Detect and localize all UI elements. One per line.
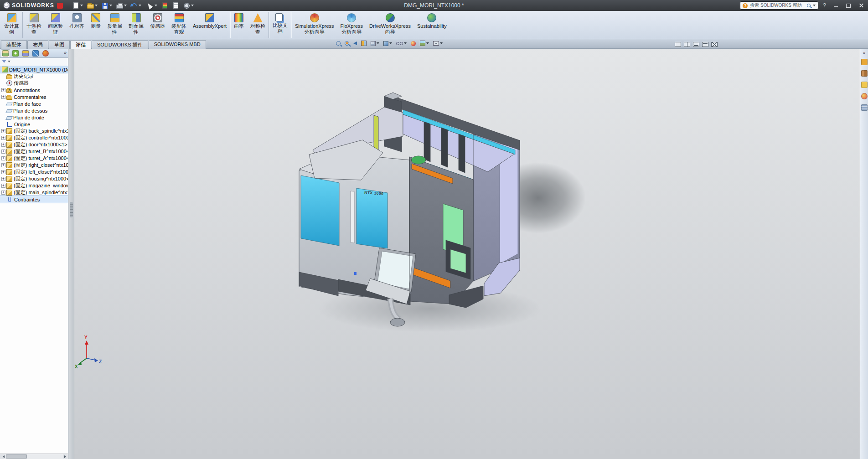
tree-horizontal-scrollbar[interactable] <box>0 454 68 459</box>
expand-toggle[interactable]: + <box>1 95 5 99</box>
options-button[interactable] <box>182 1 195 10</box>
tree-item[interactable]: 传感器 <box>0 80 68 87</box>
scroll-left-arrow[interactable] <box>0 454 5 459</box>
print-button[interactable] <box>115 1 128 10</box>
close-button[interactable] <box>856 2 866 9</box>
resources-icon[interactable] <box>861 59 868 67</box>
search-options-caret[interactable] <box>813 5 816 6</box>
machine-cyan-window-left[interactable] <box>301 175 339 246</box>
task-pane-collapse-chevron[interactable]: « <box>863 51 866 56</box>
appearances-icon[interactable] <box>861 93 868 101</box>
expand-toggle[interactable]: + <box>1 136 5 140</box>
command-tab[interactable]: 装配体 <box>1 40 27 50</box>
dropdown-caret[interactable] <box>191 5 194 6</box>
ribbon-button[interactable]: 间隙验 证 <box>45 12 66 38</box>
tree-item[interactable]: Plan de dessus <box>0 107 68 114</box>
dropdown-caret[interactable] <box>109 5 112 6</box>
ribbon-button[interactable]: FloXpress 分析向导 <box>337 12 367 38</box>
expand-toggle[interactable]: + <box>1 143 5 147</box>
command-tab[interactable]: 草图 <box>49 40 70 50</box>
ribbon-button[interactable]: 传感器 <box>147 12 168 38</box>
ribbon-button[interactable]: 对称检 查 <box>247 12 269 38</box>
tree-item[interactable]: + (固定) housing^ntx1000< <box>0 175 68 182</box>
panel-overflow-chevron[interactable]: » <box>64 50 67 55</box>
zoom-area-icon[interactable] <box>344 41 350 46</box>
tree-item[interactable]: + (固定) right_closet^ntx10 <box>0 162 68 169</box>
view-settings-icon[interactable] <box>432 41 444 46</box>
filter-funnel-icon[interactable] <box>2 60 6 63</box>
ribbon-button[interactable]: 质量属 性 <box>104 12 125 38</box>
machine-interior-slat[interactable] <box>459 134 465 173</box>
tree-item[interactable]: + (固定) turret_B^ntx1000< <box>0 148 68 155</box>
tree-item[interactable]: + (固定) main_spindle^ntx1 <box>0 189 68 196</box>
tree-item[interactable]: + Annotations <box>0 87 68 93</box>
edit-appearance-icon[interactable] <box>410 41 417 46</box>
minimize-button[interactable] <box>831 2 841 9</box>
machine-interior-slat[interactable] <box>424 122 430 162</box>
ribbon-button[interactable]: 剖面属 性 <box>125 12 147 38</box>
command-tab[interactable]: 布局 <box>27 40 48 50</box>
expand-toggle[interactable]: + <box>1 170 5 174</box>
select-button[interactable] <box>144 1 159 10</box>
dropdown-caret[interactable] <box>389 42 392 44</box>
ribbon-button[interactable]: DriveWorksXpress 向导 <box>366 12 414 38</box>
expand-toggle[interactable]: + <box>1 163 5 167</box>
search-placeholder[interactable]: 搜索 SOLIDWORKS 帮助 <box>750 2 805 9</box>
tree-item[interactable]: Contraintes <box>0 196 68 203</box>
ribbon-button[interactable]: 孔对齐 <box>66 12 88 38</box>
view-orientation-icon[interactable] <box>370 41 380 46</box>
maximize-button[interactable] <box>843 2 853 9</box>
previous-view-icon[interactable] <box>352 41 358 46</box>
ribbon-button[interactable]: 干涉检 查 <box>23 12 45 38</box>
dropdown-caret[interactable] <box>404 42 407 44</box>
search-magnifier-icon[interactable] <box>807 4 811 7</box>
tree-item[interactable]: DMG_MORI_NTX1000 (Défa <box>0 66 68 73</box>
ribbon-button[interactable]: 测量 <box>88 12 104 38</box>
new-document-button[interactable] <box>71 1 84 10</box>
featuremanager-tree-tab-icon[interactable] <box>1 49 10 57</box>
dropdown-caret[interactable] <box>80 5 83 6</box>
zoom-fit-icon[interactable] <box>335 41 341 46</box>
tree-item[interactable]: + Commentaires <box>0 93 68 100</box>
scroll-right-arrow[interactable] <box>63 454 68 459</box>
help-button[interactable]: ? <box>821 2 828 9</box>
help-search-box[interactable]: 搜索 SOLIDWORKS 帮助 <box>740 1 818 10</box>
machine-cyan-window-center[interactable] <box>356 188 388 248</box>
splitter-handle[interactable] <box>70 202 73 217</box>
expand-toggle[interactable]: + <box>1 191 5 195</box>
tree-item[interactable]: Plan de droite <box>0 114 68 121</box>
dropdown-caret[interactable] <box>155 5 157 6</box>
close-pane-icon[interactable] <box>711 41 718 49</box>
ribbon-button[interactable]: 曲率 <box>231 12 247 38</box>
dropdown-caret[interactable] <box>377 42 379 44</box>
tree-item[interactable]: + (固定) magazine_window^ <box>0 182 68 189</box>
panel-splitter[interactable] <box>68 49 74 459</box>
rebuild-button[interactable] <box>160 1 170 10</box>
tree-item[interactable]: Origine <box>0 121 68 128</box>
custom-properties-icon[interactable] <box>861 104 868 113</box>
design-library-icon[interactable] <box>861 70 868 78</box>
machine-door-handle[interactable] <box>351 191 354 243</box>
open-document-button[interactable] <box>86 1 99 10</box>
tree-item[interactable]: + (固定) controller^ntx1000 <box>0 134 68 141</box>
dropdown-caret[interactable] <box>440 42 443 44</box>
configurationmanager-tab-icon[interactable] <box>21 49 30 57</box>
tree-item[interactable]: + (固定) turret_A^ntx1000< <box>0 155 68 162</box>
dropdown-caret[interactable] <box>139 5 141 6</box>
machine-interior-slat[interactable] <box>441 128 448 167</box>
dimxpertmanager-tab-icon[interactable] <box>31 49 40 57</box>
pendant-arm-base[interactable] <box>390 318 405 326</box>
ribbon-button[interactable]: Sustainability <box>414 12 450 38</box>
propertymanager-tab-icon[interactable] <box>11 49 20 57</box>
ribbon-button[interactable]: AssemblyXpert <box>190 12 230 38</box>
fullscreen-icon[interactable] <box>675 41 681 49</box>
split-pane-icon[interactable] <box>684 41 690 49</box>
ribbon-button[interactable]: 装配体 直观 <box>168 12 190 38</box>
file-properties-button[interactable] <box>171 1 181 10</box>
command-tab[interactable]: 评估 <box>70 40 91 50</box>
machine-yellow-strip[interactable] <box>374 115 378 151</box>
tree-item[interactable]: + (固定) door^ntx1000<1> <box>0 141 68 148</box>
minimize-pane-icon[interactable] <box>693 41 699 49</box>
tree-item[interactable]: + (固定) back_spindle^ntx1 <box>0 128 68 134</box>
ribbon-button[interactable]: SimulationXpress 分析向导 <box>292 12 337 38</box>
